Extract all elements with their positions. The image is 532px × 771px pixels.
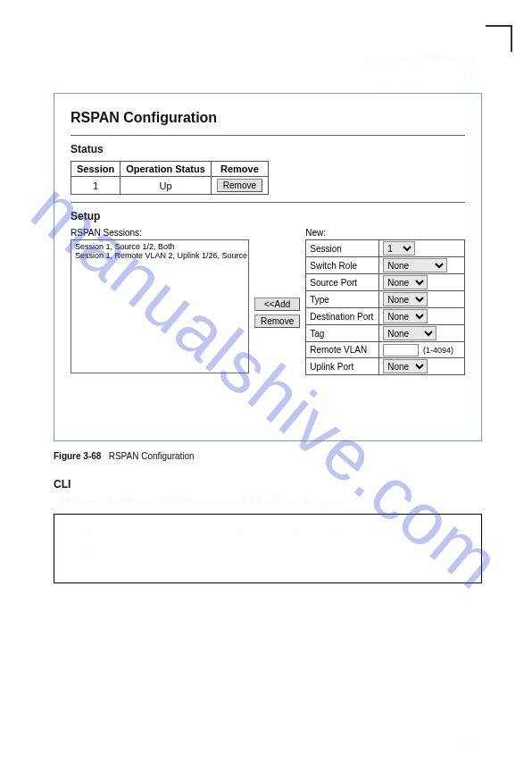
setup-heading: Setup	[71, 210, 465, 222]
divider	[71, 202, 465, 203]
status-heading: Status	[71, 143, 465, 155]
chapter-number: 3	[464, 66, 474, 88]
status-row: 1 Up Remove	[71, 177, 269, 195]
cli-line: Console(config)#rspan session 1 source i…	[60, 539, 406, 548]
divider	[71, 135, 465, 136]
new-form-label: New:	[305, 228, 465, 238]
status-opstatus-value: Up	[121, 177, 212, 195]
rspan-config-panel: RSPAN Configuration Status Session Opera…	[54, 93, 482, 441]
field-label-tag: Tag	[306, 325, 379, 342]
cli-line: Console(config)#vlan 2 name rvlan media …	[60, 528, 402, 537]
status-table: Session Operation Status Remove 1 Up Rem…	[71, 161, 269, 195]
remote-vlan-hint: (1-4094)	[423, 346, 453, 355]
field-label-uplinkport: Uplink Port	[306, 358, 379, 375]
chapter-title: CONFIGURING THE SWITCH	[365, 54, 474, 63]
field-label-switchrole: Switch Role	[306, 257, 379, 274]
cli-line: Console(config)#	[60, 559, 133, 568]
cli-line: Console(config)#rspan session 1 remote v…	[60, 549, 392, 557]
sessions-item[interactable]: Session 1, Source 1/2, Both	[75, 242, 245, 251]
figure-number: Figure 3-68	[54, 451, 101, 461]
sessions-listbox[interactable]: Session 1, Source 1/2, Both Session 1, R…	[71, 239, 249, 373]
figure-caption-text: RSPAN Configuration	[109, 451, 195, 461]
cli-description: – This example sets up an RSPAN session …	[54, 496, 482, 506]
field-label-sourceport: Source Port	[306, 274, 379, 291]
cli-heading: CLI	[54, 478, 71, 490]
cli-line: Console(config)#vlan database	[60, 518, 192, 527]
remove-session-button[interactable]: Remove	[217, 179, 262, 192]
switch-role-select[interactable]: None	[383, 258, 447, 272]
uplink-port-select[interactable]: None	[383, 359, 428, 373]
status-session-value: 1	[71, 177, 121, 195]
sessions-list-label: RSPAN Sessions:	[71, 228, 249, 238]
session-select[interactable]: 1	[383, 241, 415, 256]
new-form-table: Session 1 Switch Role None Source Port N…	[305, 239, 465, 375]
type-select[interactable]: None	[383, 292, 428, 306]
field-label-remotevlan: Remote VLAN	[306, 342, 379, 358]
status-col-opstatus: Operation Status	[121, 162, 212, 177]
tag-select[interactable]: None	[383, 326, 436, 340]
page-corner-mark	[486, 25, 512, 52]
remote-vlan-input[interactable]	[383, 344, 419, 356]
figure-caption: Figure 3-68 RSPAN Configuration	[54, 451, 482, 461]
field-label-type: Type	[306, 291, 379, 308]
source-port-select[interactable]: None	[383, 275, 428, 289]
panel-title: RSPAN Configuration	[71, 110, 465, 126]
dest-port-select[interactable]: None	[383, 309, 428, 323]
cli-output-box: Console(config)#vlan database Console(co…	[54, 514, 482, 583]
page-number: 3-169	[455, 742, 478, 751]
status-col-session: Session	[71, 162, 121, 177]
remove-button[interactable]: Remove	[254, 314, 300, 328]
add-button[interactable]: <<Add	[254, 298, 300, 311]
field-label-session: Session	[306, 240, 379, 257]
status-col-remove: Remove	[211, 162, 268, 177]
sessions-item[interactable]: Session 1, Remote VLAN 2, Uplink 1/26, S…	[75, 251, 245, 260]
field-label-destport: Destination Port	[306, 308, 379, 325]
